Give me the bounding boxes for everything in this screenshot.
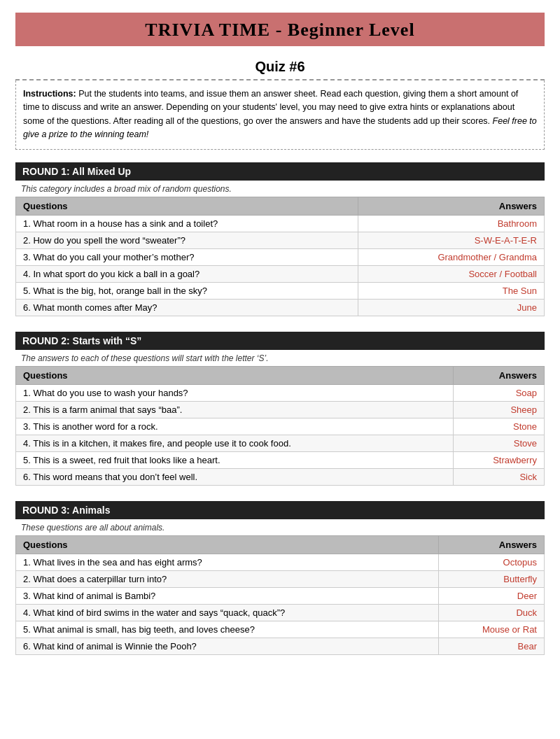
round-1-answer-3: Grandmother / Grandma [358, 248, 545, 265]
round-2-answer-2: Sheep [454, 401, 545, 418]
table-row: 6. This word means that you don’t feel w… [16, 468, 545, 485]
table-row: 3. This is another word for a rock.Stone [16, 418, 545, 435]
round-2-table: QuestionsAnswers1. What do you use to wa… [15, 366, 545, 486]
round-2-answer-5: Strawberry [454, 451, 545, 468]
round-3-answer-2: Butterfly [438, 570, 544, 587]
round-2-subtitle: The answers to each of these questions w… [15, 350, 545, 366]
round-2-question-6: 6. This word means that you don’t feel w… [16, 468, 454, 485]
round-1-question-2: 2. How do you spell the word “sweater”? [16, 232, 358, 248]
round-2-col-answers: Answers [454, 366, 545, 384]
round-1-table: QuestionsAnswers1. What room in a house … [15, 197, 545, 316]
table-row: 5. This is a sweet, red fruit that looks… [16, 451, 545, 468]
table-row: 4. In what sport do you kick a ball in a… [16, 265, 545, 282]
round-2-answer-3: Stone [454, 418, 545, 435]
round-3-col-answers: Answers [438, 535, 544, 554]
round-1-answer-5: The Sun [358, 282, 545, 299]
round-1-question-6: 6. What month comes after May? [16, 299, 358, 316]
table-row: 3. What do you call your mother’s mother… [16, 248, 545, 265]
round-2-question-5: 5. This is a sweet, red fruit that looks… [16, 451, 454, 468]
round-1-answer-2: S-W-E-A-T-E-R [358, 232, 545, 248]
round-1-subtitle: This category includes a broad mix of ra… [15, 181, 545, 197]
round-3-title: ROUND 3: Animals [15, 501, 545, 519]
table-row: 2. What does a caterpillar turn into?But… [16, 570, 545, 587]
round-2-answer-1: Soap [454, 384, 545, 401]
round-3-question-2: 2. What does a caterpillar turn into? [16, 570, 439, 587]
table-row: 3. What kind of animal is Bambi?Deer [16, 587, 545, 604]
round-2-question-1: 1. What do you use to wash your hands? [16, 384, 454, 401]
page-title: TRIVIA TIME - Beginner Level [15, 20, 545, 41]
table-row: 2. How do you spell the word “sweater”?S… [16, 232, 545, 248]
table-row: 2. This is a farm animal that says “baa”… [16, 401, 545, 418]
instructions-section: Instructions: Put the students into team… [15, 80, 545, 150]
table-row: 4. What kind of bird swims in the water … [16, 604, 545, 621]
round-2-block: ROUND 2: Starts with “S”The answers to e… [15, 332, 545, 486]
round-3-answer-3: Deer [438, 587, 544, 604]
round-1-block: ROUND 1: All Mixed UpThis category inclu… [15, 162, 545, 316]
table-row: 6. What month comes after May?June [16, 299, 545, 316]
round-1-answer-6: June [358, 299, 545, 316]
round-3-question-4: 4. What kind of bird swims in the water … [16, 604, 439, 621]
round-2-col-questions: Questions [16, 366, 454, 384]
table-row: 1. What lives in the sea and has eight a… [16, 554, 545, 570]
round-2-question-3: 3. This is another word for a rock. [16, 418, 454, 435]
round-1-question-5: 5. What is the big, hot, orange ball in … [16, 282, 358, 299]
round-3-subtitle: These questions are all about animals. [15, 519, 545, 535]
round-2-answer-4: Stove [454, 435, 545, 451]
round-2-answer-6: Sick [454, 468, 545, 485]
quiz-number: Quiz #6 [15, 53, 545, 80]
round-3-question-5: 5. What animal is small, has big teeth, … [16, 621, 439, 638]
round-3-question-3: 3. What kind of animal is Bambi? [16, 587, 439, 604]
header-box: TRIVIA TIME - Beginner Level [15, 13, 545, 46]
round-1-question-1: 1. What room in a house has a sink and a… [16, 215, 358, 232]
round-3-answer-6: Bear [438, 638, 544, 654]
round-3-answer-1: Octopus [438, 554, 544, 570]
round-3-answer-4: Duck [438, 604, 544, 621]
round-2-question-4: 4. This is in a kitchen, it makes fire, … [16, 435, 454, 451]
instructions-bold: Instructions: [23, 89, 76, 99]
round-3-question-1: 1. What lives in the sea and has eight a… [16, 554, 439, 570]
table-row: 6. What kind of animal is Winnie the Poo… [16, 638, 545, 654]
table-row: 5. What is the big, hot, orange ball in … [16, 282, 545, 299]
round-3-answer-5: Mouse or Rat [438, 621, 544, 638]
round-3-col-questions: Questions [16, 535, 439, 554]
round-1-col-answers: Answers [358, 197, 545, 215]
round-1-question-3: 3. What do you call your mother’s mother… [16, 248, 358, 265]
round-2-title: ROUND 2: Starts with “S” [15, 332, 545, 350]
round-2-question-2: 2. This is a farm animal that says “baa”… [16, 401, 454, 418]
round-1-col-questions: Questions [16, 197, 358, 215]
round-3-block: ROUND 3: AnimalsThese questions are all … [15, 501, 545, 655]
round-1-answer-1: Bathroom [358, 215, 545, 232]
round-3-question-6: 6. What kind of animal is Winnie the Poo… [16, 638, 439, 654]
instructions-text: Put the students into teams, and issue t… [23, 89, 518, 126]
round-1-title: ROUND 1: All Mixed Up [15, 162, 545, 181]
round-3-table: QuestionsAnswers1. What lives in the sea… [15, 535, 545, 655]
table-row: 1. What room in a house has a sink and a… [16, 215, 545, 232]
round-1-answer-4: Soccer / Football [358, 265, 545, 282]
table-row: 5. What animal is small, has big teeth, … [16, 621, 545, 638]
round-1-question-4: 4. In what sport do you kick a ball in a… [16, 265, 358, 282]
table-row: 1. What do you use to wash your hands?So… [16, 384, 545, 401]
table-row: 4. This is in a kitchen, it makes fire, … [16, 435, 545, 451]
